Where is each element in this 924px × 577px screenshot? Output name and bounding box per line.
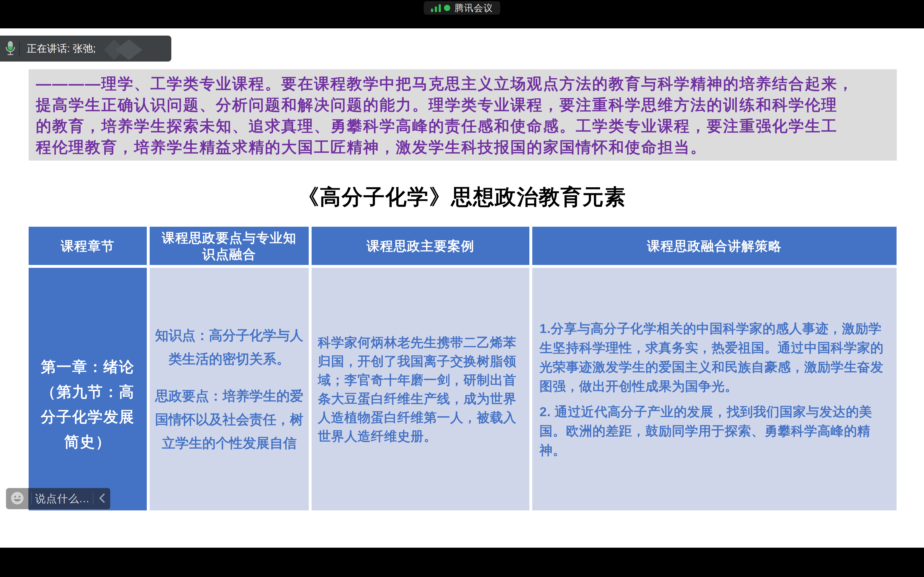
connection-dot-icon [444,5,450,11]
screen: { "meeting": { "app_name": "腾讯会议", "spea… [0,0,924,577]
microphone-icon [5,40,16,57]
collapse-button[interactable] [94,488,110,509]
ideology-elements-table: 课程章节 课程思政要点与专业知识点融合 课程思政主要案例 课程思政融合讲解策略 … [29,227,897,510]
meeting-status-pill: 腾讯会议 [424,1,500,15]
speaking-indicator: 正在讲话: 张弛; [0,35,171,61]
chat-bar: 说点什么... [6,488,110,509]
cell-case: 科学家何炳林老先生携带二乙烯苯归国，开创了我国离子交换树脂领域；李官奇十年磨一剑… [312,268,529,510]
column-header-points: 课程思政要点与专业知识点融合 [150,227,309,265]
emoji-smiley-icon [10,491,24,506]
column-header-strategy: 课程思政融合讲解策略 [532,227,897,265]
chevron-left-icon [98,493,105,504]
chapter-text: 第一章：绪论（第九节：高分子化学发展简史） [36,355,140,510]
column-header-case: 课程思政主要案例 [312,227,529,265]
speaking-label: 正在讲话: 张弛; [27,42,96,55]
app-name-label: 腾讯会议 [454,2,493,14]
cell-strategy: 1.分享与高分子化学相关的中国科学家的感人事迹，激励学生坚持科学理性，求真务实，… [532,268,897,510]
quote-line: 的教育，培养学生探索未知、追求真理、勇攀科学高峰的责任感和使命感。工学类专业课程… [36,115,890,137]
chat-input[interactable]: 说点什么... [28,488,110,509]
case-paragraph: 科学家何炳林老先生携带二乙烯苯归国，开创了我国离子交换树脂领域；李官奇十年磨一剑… [318,333,523,445]
quote-line: ————理学、工学类专业课程。要在课程教学中把马克思主义立场观点方法的教育与科学… [36,73,890,94]
points-paragraph: 思政要点：培养学生的爱国情怀以及社会责任，树立学生的个性发展自信 [155,384,304,455]
column-header-chapter: 课程章节 [29,227,147,265]
strategy-paragraph: 2. 通过近代高分子产业的发展，找到我们国家与发达的美国。欧洲的差距，鼓励同学用… [540,402,889,460]
quote-line: 程伦理教育，培养学生精益求精的大国工匠精神，激发学生科技报国的家国情怀和使命担当… [36,137,890,158]
top-letterbox-bar: 腾讯会议 [0,0,924,28]
bottom-letterbox-bar [0,548,924,577]
divider [19,41,20,56]
cell-points: 知识点：高分子化学与人类生活的密切关系。 思政要点：培养学生的爱国情怀以及社会责… [150,268,309,510]
quote-line: 提高学生正确认识问题、分析问题和解决问题的能力。理学类专业课程，要注重科学思维方… [36,94,890,115]
meeting-watermark-icon [104,39,142,61]
points-paragraph: 知识点：高分子化学与人类生活的密切关系。 [155,324,304,371]
signal-strength-icon [431,4,450,12]
strategy-paragraph: 1.分享与高分子化学相关的中国科学家的感人事迹，激励学生坚持科学理性，求真务实，… [540,319,889,396]
slide-title: 《高分子化学》思想政治教育元素 [0,183,924,211]
cell-chapter: 第一章：绪论（第九节：高分子化学发展简史） [29,268,147,510]
quote-block: ————理学、工学类专业课程。要在课程教学中把马克思主义立场观点方法的教育与科学… [29,69,897,161]
chat-placeholder: 说点什么... [32,492,93,506]
emoji-button[interactable] [6,488,28,509]
